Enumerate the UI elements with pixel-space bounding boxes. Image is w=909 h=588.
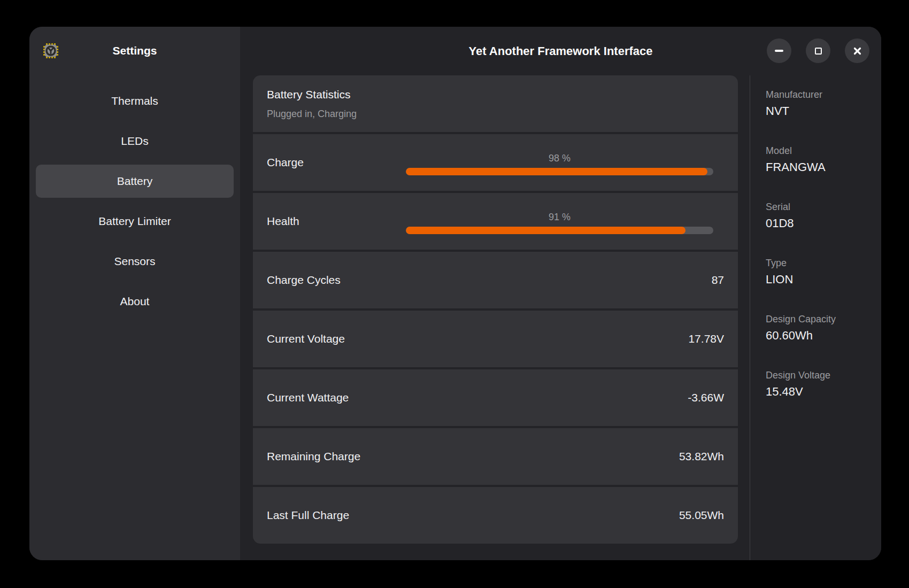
stat-value: 87 (712, 252, 724, 308)
panel-divider (750, 75, 750, 560)
charge-progress: 98 % (406, 152, 713, 175)
app-gear-chip-icon (43, 43, 59, 59)
card-title: Battery Statistics (267, 87, 724, 103)
stat-value: 17.78V (688, 311, 724, 367)
info-label: Manufacturer (766, 88, 881, 101)
info-value: 01D8 (766, 215, 881, 231)
stat-label: Charge (267, 134, 304, 191)
stat-label: Charge Cycles (267, 252, 341, 308)
battery-status-subtitle: Plugged in, Charging (267, 107, 724, 121)
stat-value: -3.66W (688, 369, 724, 426)
battery-statistics-header: Battery StatisticsPlugged in, Charging (253, 75, 738, 132)
info-label: Design Voltage (766, 369, 881, 382)
sidebar-item-label: Battery Limiter (98, 215, 171, 228)
stat-label: Current Wattage (267, 369, 349, 426)
sidebar-item-battery-limiter[interactable]: Battery Limiter (36, 205, 234, 238)
stat-row-charge: Charge98 % (253, 134, 738, 191)
sidebar-item-label: About (120, 295, 150, 308)
info-group-manufacturer: ManufacturerNVT (766, 88, 881, 119)
minimize-button[interactable] (767, 38, 791, 63)
stat-row-charge-cycles: Charge Cycles87 (253, 252, 738, 308)
health-progress: 91 % (406, 211, 713, 234)
health-progress-track (406, 227, 713, 234)
sidebar-item-label: Sensors (114, 255, 155, 268)
progress-percent-label: 98 % (406, 152, 713, 165)
info-value: LION (766, 272, 881, 288)
sidebar-header: Settings (29, 27, 240, 75)
titlebar[interactable]: Yet Another Framework Interface (240, 27, 881, 75)
progress-percent-label: 91 % (406, 211, 713, 223)
charge-progress-fill (406, 168, 707, 175)
stat-row-last-full-charge: Last Full Charge55.05Wh (253, 487, 738, 544)
charge-progress-track (406, 168, 713, 175)
sidebar-item-battery[interactable]: Battery (36, 165, 234, 198)
sidebar-item-thermals[interactable]: Thermals (36, 84, 234, 118)
sidebar-nav: ThermalsLEDsBatteryBattery LimiterSensor… (29, 75, 240, 318)
close-button[interactable] (845, 38, 869, 63)
app-window: Settings ThermalsLEDsBatteryBattery Limi… (29, 27, 881, 560)
main-area: Yet Another Framework Interface Battery … (240, 27, 881, 560)
stat-value: 55.05Wh (679, 487, 724, 544)
stat-row-current-wattage: Current Wattage-3.66W (253, 369, 738, 426)
sidebar-title: Settings (113, 44, 157, 57)
close-icon (853, 47, 862, 56)
stat-row-remaining-charge: Remaining Charge53.82Wh (253, 428, 738, 485)
content-area: Battery StatisticsPlugged in, ChargingCh… (240, 75, 881, 560)
stat-value: 53.82Wh (679, 428, 724, 485)
stat-label: Last Full Charge (267, 487, 349, 544)
battery-info-panel: ManufacturerNVTModelFRANGWASerial01D8Typ… (766, 75, 881, 425)
sidebar: Settings ThermalsLEDsBatteryBattery Limi… (29, 27, 240, 560)
battery-statistics-card: Battery StatisticsPlugged in, ChargingCh… (253, 75, 738, 544)
maximize-button[interactable] (806, 38, 830, 63)
sidebar-item-label: Battery (117, 175, 153, 188)
sidebar-item-leds[interactable]: LEDs (36, 125, 234, 158)
info-value: 15.48V (766, 384, 881, 400)
stat-label: Remaining Charge (267, 428, 360, 485)
info-group-design-voltage: Design Voltage15.48V (766, 369, 881, 400)
stat-row-current-voltage: Current Voltage17.78V (253, 311, 738, 367)
info-label: Serial (766, 200, 881, 213)
info-value: 60.60Wh (766, 328, 881, 344)
info-group-design-capacity: Design Capacity60.60Wh (766, 313, 881, 344)
info-label: Type (766, 257, 881, 269)
sidebar-item-sensors[interactable]: Sensors (36, 245, 234, 278)
stat-label: Health (267, 193, 299, 250)
sidebar-item-label: LEDs (121, 135, 148, 148)
maximize-icon (815, 48, 822, 55)
sidebar-item-about[interactable]: About (36, 285, 234, 318)
info-group-model: ModelFRANGWA (766, 144, 881, 175)
health-progress-fill (406, 227, 685, 234)
stat-row-health: Health91 % (253, 193, 738, 250)
minimize-icon (775, 50, 783, 52)
info-label: Design Capacity (766, 313, 881, 326)
info-group-type: TypeLION (766, 257, 881, 288)
sidebar-item-label: Thermals (111, 95, 158, 107)
info-value: FRANGWA (766, 159, 881, 175)
info-label: Model (766, 144, 881, 157)
info-value: NVT (766, 103, 881, 119)
stat-label: Current Voltage (267, 311, 345, 367)
info-group-serial: Serial01D8 (766, 200, 881, 231)
